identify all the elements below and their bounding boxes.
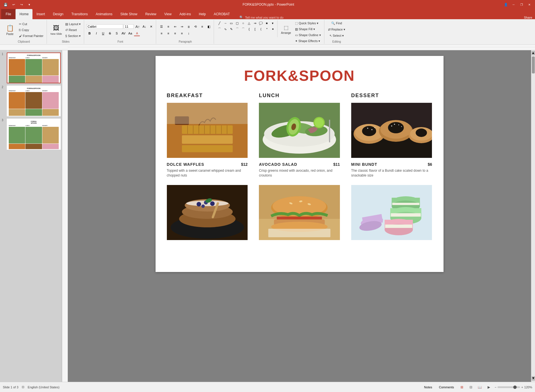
shape-arrow[interactable]: → (222, 20, 228, 26)
shape-misc1[interactable]: ⟨ (258, 26, 264, 32)
shape-outline-button[interactable]: ▭ Shape Outline▾ (294, 32, 322, 38)
slide-thumbnail-2[interactable]: FORK&SPOON BREAKFAST LUNC (7, 86, 61, 116)
shape-effects-button[interactable]: ✦ Shape Effects▾ (294, 38, 322, 44)
tab-slideshow[interactable]: Slide Show (116, 9, 141, 19)
convert-smartart-button[interactable]: ◧ (206, 24, 212, 29)
tab-addins[interactable]: Add-ins (176, 9, 195, 19)
align-center-button[interactable]: ≡ (165, 31, 171, 36)
slide-thumbnail-3[interactable]: FORK&SPOON BREAKFAST LUNC (7, 119, 61, 149)
increase-font-button[interactable]: A↑ (134, 24, 141, 29)
shape-pen[interactable]: ⌒ (216, 26, 222, 32)
shape-oval[interactable]: ○ (240, 20, 246, 26)
scroll-thumb[interactable] (532, 56, 535, 73)
shape-rounded-rect[interactable]: ▢ (234, 20, 240, 26)
redo-button[interactable]: ↪ (18, 1, 25, 8)
slide-canvas[interactable]: FORK&SPOON BREAKFAST (156, 56, 444, 272)
strikethrough-button[interactable]: S (107, 31, 113, 36)
quick-styles-button[interactable]: ⬚ Quick Styles▾ (294, 20, 322, 26)
section-button[interactable]: § Section▾ (64, 33, 82, 39)
tab-help[interactable]: Help (195, 9, 210, 19)
zoom-slider-thumb[interactable] (513, 386, 517, 389)
font-size-input[interactable] (124, 24, 134, 29)
clear-format-button[interactable]: ✕ (148, 24, 154, 29)
italic-button[interactable]: I (93, 31, 99, 36)
tab-insert[interactable]: Insert (32, 9, 49, 19)
tab-review[interactable]: Review (141, 9, 160, 19)
select-button[interactable]: ↖ Select▾ (328, 33, 346, 38)
increase-indent-button[interactable]: ⇒ (179, 24, 185, 29)
shape-star[interactable]: ★ (264, 20, 270, 26)
shape-freeform[interactable]: ✎ (228, 26, 234, 32)
zoom-slider[interactable] (497, 386, 520, 388)
shape-conn1[interactable]: ⌒ (234, 26, 240, 32)
shape-brace[interactable]: { (246, 26, 252, 32)
paste-button[interactable]: 📋 Paste (3, 21, 17, 39)
text-direction-button[interactable]: ⟲ (192, 24, 198, 29)
layout-button[interactable]: ▤ Layout▾ (64, 21, 82, 27)
tell-me-input[interactable]: Tell me what you want to do (245, 16, 283, 19)
reading-view-button[interactable]: 📖 (477, 384, 483, 391)
tab-view[interactable]: View (160, 9, 176, 19)
arrange-button[interactable]: ⬚ Arrange (279, 20, 292, 38)
font-name-input[interactable] (86, 24, 123, 29)
bullets-button[interactable]: ☰ (158, 24, 165, 29)
shapes-more[interactable]: ▾ (270, 20, 276, 26)
shape-curve[interactable]: ∿ (222, 26, 228, 32)
columns-button[interactable]: ⫼ (185, 24, 192, 29)
new-slide-button[interactable]: 🖼 New Slide (49, 21, 64, 39)
shape-rect[interactable]: ▭ (228, 20, 234, 26)
decrease-font-button[interactable]: A↓ (141, 24, 147, 29)
user-icon[interactable]: 👤 (504, 3, 508, 6)
reset-button[interactable]: ↺ Reset (64, 27, 82, 33)
line-spacing-button[interactable]: ↕ (185, 31, 192, 36)
shape-rt-arrow[interactable]: ⇒ (252, 20, 258, 26)
shape-bracket[interactable]: [ (252, 26, 258, 32)
scroll-up-button[interactable]: ▲ (532, 51, 535, 55)
font-color-button[interactable]: A (134, 31, 140, 36)
zoom-out-button[interactable]: − (495, 386, 496, 389)
slide-panel[interactable]: 1 FORK&SPOON BREAKFAST (0, 50, 62, 382)
char-spacing-button[interactable]: AV (120, 31, 126, 36)
shape-fill-button[interactable]: ▧ Shape Fill▾ (294, 26, 322, 32)
shape-misc2[interactable]: * (264, 26, 270, 32)
tab-design[interactable]: Design (49, 9, 67, 19)
underline-button[interactable]: U (100, 31, 106, 36)
share-button[interactable]: Share (524, 16, 532, 19)
scroll-down-button[interactable]: ▼ (532, 376, 535, 381)
align-text-button[interactable]: ≡ (199, 24, 205, 29)
slide-sorter-button[interactable]: ⊟ (468, 384, 474, 391)
find-button[interactable]: 🔍 Find (330, 20, 343, 26)
tab-home[interactable]: Home (16, 9, 32, 19)
slide-thumbnail-1[interactable]: FORK&SPOON BREAKFAST LUNC (7, 53, 61, 83)
shape-misc3[interactable]: ✦ (270, 26, 276, 32)
restore-button[interactable]: ❐ (518, 1, 525, 8)
replace-button[interactable]: ⇄ Replace▾ (327, 27, 347, 32)
align-right-button[interactable]: ≡ (172, 31, 178, 36)
copy-button[interactable]: ⎘ Copy (18, 27, 45, 33)
slide-show-button[interactable]: ▶ (486, 384, 492, 391)
format-painter-button[interactable]: 🖌 Format Painter (18, 33, 45, 39)
notes-button[interactable]: Notes (422, 385, 434, 389)
justify-button[interactable]: ≡ (179, 31, 185, 36)
shadow-button[interactable]: S (113, 31, 120, 36)
close-button[interactable]: ✕ (526, 1, 533, 8)
shape-triangle[interactable]: △ (246, 20, 252, 26)
align-left-button[interactable]: ≡ (158, 31, 165, 36)
canvas-area[interactable]: FORK&SPOON BREAKFAST (68, 50, 531, 382)
undo-button[interactable]: ↩ (10, 1, 17, 8)
vertical-scrollbar[interactable]: ▲ ▼ (531, 50, 535, 382)
change-case-button[interactable]: Aa (127, 31, 133, 36)
minimize-button[interactable]: ─ (510, 1, 517, 8)
bold-button[interactable]: B (86, 31, 93, 36)
comments-button[interactable]: Comments (437, 385, 456, 389)
cut-button[interactable]: ✂ Cut (18, 21, 45, 27)
fit-slide-button[interactable]: ⊡ (22, 385, 24, 389)
shape-callout[interactable]: 💬 (258, 20, 264, 26)
tab-acrobat[interactable]: ACROBAT (210, 9, 234, 19)
customize-qat-button[interactable]: ▾ (26, 1, 33, 8)
decrease-indent-button[interactable]: ⇐ (172, 24, 178, 29)
normal-view-button[interactable]: ⊞ (458, 384, 465, 391)
save-button[interactable]: 💾 (2, 1, 9, 8)
tab-file[interactable]: File (1, 9, 16, 19)
numbering-button[interactable]: ≡ (165, 24, 171, 29)
